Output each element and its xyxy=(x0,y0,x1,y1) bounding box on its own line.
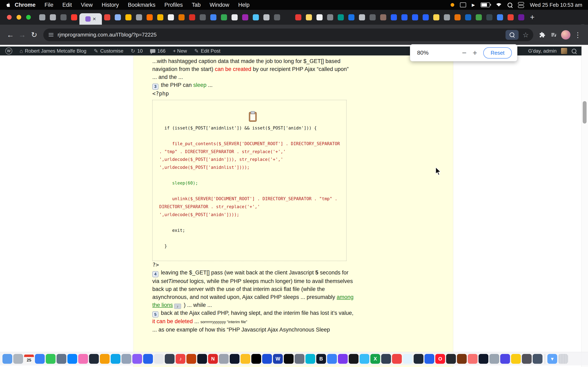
dock-icon[interactable] xyxy=(489,354,499,364)
admin-avatar[interactable] xyxy=(561,48,567,54)
media-controls-icon[interactable] xyxy=(548,29,559,41)
dock-icon[interactable] xyxy=(111,354,121,364)
browser-tab[interactable] xyxy=(357,10,367,25)
dock-icon[interactable] xyxy=(511,354,521,364)
extensions-icon[interactable] xyxy=(536,29,548,41)
browser-tab[interactable] xyxy=(303,10,314,25)
dock-icon[interactable]: N xyxy=(208,354,218,364)
dock-icon[interactable]: ♪ xyxy=(176,354,185,364)
zoom-reset-button[interactable]: Reset xyxy=(483,47,512,58)
dock-icon[interactable] xyxy=(35,354,45,364)
copy-code-clipboard-icon[interactable] xyxy=(249,112,257,122)
fullscreen-window-button[interactable] xyxy=(26,15,31,20)
dock-icon[interactable] xyxy=(403,354,413,364)
dock-icon[interactable] xyxy=(327,354,337,364)
new-tab-button[interactable]: + xyxy=(527,12,538,23)
updates-link[interactable]: ↻ 10 xyxy=(131,48,143,54)
dock-icon[interactable]: X xyxy=(370,354,380,364)
dock-icon[interactable] xyxy=(165,354,174,364)
can-be-deleted-link[interactable]: it can be deleted xyxy=(152,318,193,324)
dock-icon[interactable]: W xyxy=(273,354,283,364)
browser-tab[interactable] xyxy=(69,10,79,25)
zoom-out-button[interactable]: − xyxy=(462,49,467,57)
menu-item-file[interactable]: File xyxy=(44,2,53,8)
browser-tab[interactable] xyxy=(367,10,378,25)
dock-icon[interactable] xyxy=(360,354,369,364)
browser-tab[interactable] xyxy=(336,10,346,25)
browser-tab[interactable] xyxy=(484,10,495,25)
browser-tab[interactable] xyxy=(474,10,484,25)
new-content-link[interactable]: + New xyxy=(173,48,187,54)
site-name-link[interactable]: ⌂ Robert James Metcalfe Blog xyxy=(20,48,86,54)
browser-tab[interactable] xyxy=(48,10,58,25)
browser-tab[interactable] xyxy=(251,10,261,25)
scrollbar-thumb[interactable] xyxy=(583,101,587,124)
battery-icon[interactable] xyxy=(481,2,490,7)
menu-item-tab[interactable]: Tab xyxy=(192,2,201,8)
dock-icon[interactable] xyxy=(241,354,250,364)
browser-tab[interactable] xyxy=(240,10,251,25)
browser-tab[interactable] xyxy=(229,10,240,25)
dock-icon[interactable] xyxy=(13,354,23,364)
browser-tab[interactable] xyxy=(123,10,134,25)
apple-menu-icon[interactable] xyxy=(6,1,12,8)
dock-icon[interactable] xyxy=(522,354,532,364)
minimize-window-button[interactable] xyxy=(17,15,21,20)
browser-tab[interactable] xyxy=(516,10,527,25)
browser-tab[interactable] xyxy=(144,10,155,25)
browser-tab[interactable] xyxy=(272,10,282,25)
dock-icon[interactable] xyxy=(533,354,543,364)
dock-icon[interactable] xyxy=(132,354,142,364)
browser-tab[interactable] xyxy=(378,10,389,25)
dock-icon[interactable] xyxy=(479,354,488,364)
dock-icon[interactable] xyxy=(424,354,434,364)
dock-icon-calendar[interactable]: 25 xyxy=(24,354,34,364)
browser-tab[interactable] xyxy=(452,10,463,25)
menu-item-bookmarks[interactable]: Bookmarks xyxy=(128,2,155,8)
browser-tab[interactable] xyxy=(410,10,420,25)
dock-icon[interactable] xyxy=(500,354,510,364)
url-text[interactable]: rjmprogramming.com.au/ITblog/?p=72225 xyxy=(58,32,506,38)
wifi-icon[interactable] xyxy=(496,2,502,8)
browser-tab[interactable] xyxy=(165,10,176,25)
bookmark-star-icon[interactable]: ☆ xyxy=(521,31,531,39)
browser-tab[interactable] xyxy=(37,10,48,25)
browser-tab[interactable] xyxy=(261,10,272,25)
comments-link[interactable]: 166 xyxy=(150,48,165,54)
browser-tab[interactable] xyxy=(346,10,357,25)
dock-icon[interactable] xyxy=(381,354,391,364)
dock-icon[interactable] xyxy=(219,354,229,364)
browser-tab[interactable] xyxy=(155,10,165,25)
menu-item-history[interactable]: History xyxy=(102,2,119,8)
dock-icon[interactable] xyxy=(57,354,66,364)
browser-tab[interactable] xyxy=(505,10,516,25)
profile-avatar[interactable] xyxy=(561,30,571,40)
page-scrollbar[interactable] xyxy=(581,45,588,367)
back-button[interactable]: ← xyxy=(4,29,16,41)
site-info-icon[interactable] xyxy=(49,33,53,36)
browser-tab[interactable] xyxy=(314,10,325,25)
dock-icon[interactable] xyxy=(230,354,240,364)
dock-icon[interactable] xyxy=(186,354,196,364)
browser-tab[interactable] xyxy=(463,10,474,25)
menu-item-view[interactable]: View xyxy=(81,2,93,8)
browser-tab[interactable] xyxy=(399,10,410,25)
dock-icon[interactable] xyxy=(414,354,424,364)
can-be-created-link[interactable]: can be created xyxy=(215,66,251,72)
dock-icon[interactable] xyxy=(78,354,88,364)
menu-item-chrome[interactable]: Chrome xyxy=(15,2,35,8)
zoom-indicator-icon[interactable] xyxy=(506,30,519,40)
active-tab[interactable]: × xyxy=(79,13,102,25)
browser-tab[interactable] xyxy=(208,10,219,25)
browser-tab[interactable] xyxy=(325,10,336,25)
greeting-label[interactable]: G'day, admin xyxy=(528,48,557,54)
dock-icon[interactable] xyxy=(143,354,153,364)
menu-item-profiles[interactable]: Profiles xyxy=(164,2,183,8)
browser-tab[interactable] xyxy=(442,10,452,25)
dock-icon[interactable] xyxy=(338,354,348,364)
dock-icon[interactable] xyxy=(46,354,56,364)
browser-tab[interactable] xyxy=(431,10,442,25)
spotlight-icon[interactable] xyxy=(508,3,512,7)
close-tab-icon[interactable]: × xyxy=(93,16,96,22)
dock-icon[interactable] xyxy=(284,354,294,364)
